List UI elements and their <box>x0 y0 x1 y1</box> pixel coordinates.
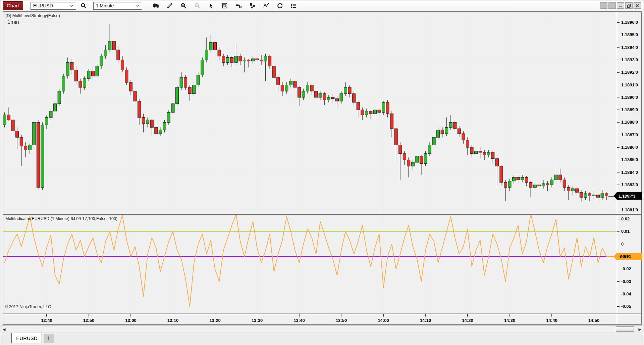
gray-square-icon[interactable] <box>608 2 616 9</box>
time-tick-label: 14:50 <box>586 318 602 323</box>
instrument-select-value: EURUSD <box>33 3 53 8</box>
chart-trader-icon[interactable] <box>248 1 257 10</box>
time-tick-label: 13:40 <box>291 318 308 323</box>
time-tick-label: 13:30 <box>249 318 266 323</box>
instrument-select[interactable]: EURUSD <box>31 2 76 10</box>
indicator-plot-area[interactable] <box>3 215 617 314</box>
axis-tick-label: 1.1892'0 <box>621 70 638 75</box>
time-tick-label: 13:10 <box>165 318 181 323</box>
add-tab-button[interactable]: + <box>44 334 54 343</box>
time-tick-label: 12:50 <box>80 318 97 323</box>
axis-tick-label: 1.1895'0 <box>621 32 638 37</box>
axis-tick-label: 1.1881'0 <box>621 207 638 212</box>
time-tick-label: 14:40 <box>543 318 560 323</box>
pencil-icon[interactable] <box>165 1 174 10</box>
axis-tick-label: 1.1887'0 <box>621 132 638 137</box>
cursor-pointer-icon[interactable] <box>207 1 215 10</box>
axis-tick-label: 0 <box>621 242 624 247</box>
interval-select[interactable]: 1 Minute <box>93 2 142 10</box>
candlestick-chart-icon[interactable] <box>152 1 160 10</box>
horizontal-scrollbar[interactable]: ◀ ▶ <box>1 325 643 333</box>
axis-tick-label: 1.1888'0 <box>621 120 638 125</box>
data-box-icon[interactable] <box>220 1 229 10</box>
chevron-down-icon <box>70 5 73 7</box>
strategy-label: (D) MultiLevelStrategy(False) <box>5 13 60 18</box>
copyright-label: © 2017 NinjaTrader, LLC <box>5 304 51 309</box>
axis-tick-label: 0.01 <box>621 229 630 234</box>
axis-tick-label: 1.1882'0 <box>621 195 638 200</box>
axis-tick-label: 1.1884'0 <box>621 170 638 175</box>
reload-icon[interactable] <box>275 1 284 10</box>
axis-tick-label: 1.1889'0 <box>621 107 638 112</box>
axis-tick-label: -0.04 <box>621 291 631 296</box>
interval-watermark: 1min <box>7 19 19 25</box>
chevron-down-icon <box>136 5 140 7</box>
restore-icon[interactable] <box>625 2 633 9</box>
gray-square-icon[interactable] <box>600 2 607 9</box>
chart-menu-button[interactable]: Chart <box>3 1 23 10</box>
axis-tick-label: 1.1885'0 <box>621 157 638 162</box>
time-tick-label: 13:50 <box>333 318 350 323</box>
search-icon[interactable] <box>79 1 88 10</box>
time-tick-label: 13:00 <box>122 318 139 323</box>
axis-tick-label: -0.01 <box>621 254 631 259</box>
axis-tick-label: 1.1883'0 <box>621 182 638 187</box>
axis-tick-label: 1.1894'0 <box>621 45 638 50</box>
axis-tick-label: 1.1896'0 <box>621 20 638 25</box>
panel-layout-icon[interactable] <box>234 1 243 10</box>
axis-tick-label: -0.02 <box>621 266 631 271</box>
scroll-left-icon[interactable]: ◀ <box>3 327 5 332</box>
time-tick-label: 14:30 <box>501 318 518 323</box>
time-tick-label: 14:20 <box>459 318 476 323</box>
indicator-label: MultiIndicator(EURUSD (1 Minute),6J 09-1… <box>5 216 117 221</box>
time-tick-label: 14:10 <box>417 318 434 323</box>
time-tick-label: 13:20 <box>207 318 223 323</box>
zigzag-draw-icon[interactable] <box>262 1 270 10</box>
toolbar: Chart EURUSD 1 Minute <box>1 1 643 11</box>
axis-tick-label: 1.1893'0 <box>621 57 638 62</box>
tab-eurusd[interactable]: EURUSD <box>11 333 42 343</box>
time-tick-label: 12:40 <box>38 318 55 323</box>
minimize-icon[interactable] <box>617 2 624 9</box>
time-tick-label: 14:00 <box>375 318 392 323</box>
zoom-out-icon[interactable] <box>193 1 202 10</box>
axis-tick-label: 1.1886'0 <box>621 145 638 150</box>
window-controls <box>600 2 641 9</box>
scrollbar-thumb[interactable] <box>616 326 634 332</box>
properties-list-icon[interactable] <box>289 1 298 10</box>
axis-tick-label: 1.1891'0 <box>621 82 638 87</box>
axis-tick-label: -0.03 <box>621 279 631 284</box>
close-icon[interactable] <box>634 2 641 9</box>
axis-tick-label: 1.1890'0 <box>621 95 638 100</box>
interval-select-value: 1 Minute <box>96 3 114 8</box>
scroll-right-icon[interactable]: ▶ <box>639 327 641 332</box>
tab-bar: EURUSD + <box>1 333 643 344</box>
zoom-in-icon[interactable] <box>179 1 188 10</box>
axis-tick-label: 0.02 <box>621 216 630 221</box>
axis-tick-label: -0.05 <box>621 304 631 309</box>
chart-window: Chart EURUSD 1 Minute <box>0 0 644 345</box>
price-plot-area[interactable] <box>3 12 617 213</box>
